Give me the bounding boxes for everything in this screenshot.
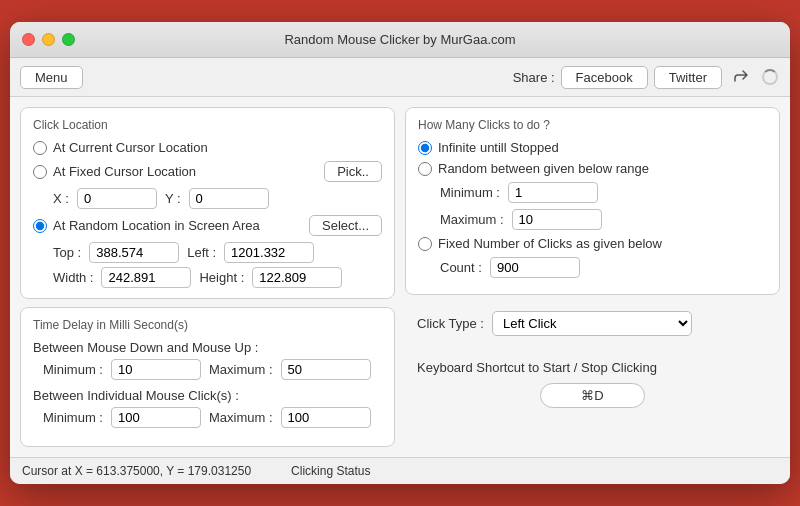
infinite-radio[interactable] — [418, 141, 432, 155]
y-input[interactable] — [189, 188, 269, 209]
infinite-radio-row: Infinite untill Stopped — [418, 140, 767, 155]
click-location-title: Click Location — [33, 118, 382, 132]
width-input[interactable] — [101, 267, 191, 288]
individual-click-label: Between Individual Mouse Click(s) : — [33, 388, 382, 403]
fixed-cursor-radio[interactable] — [33, 165, 47, 179]
count-row: Count : — [440, 257, 767, 278]
click-location-section: Click Location At Current Cursor Locatio… — [20, 107, 395, 299]
click-type-row: Click Type : Left Click Right Click Doub… — [405, 303, 780, 344]
left-panel: Click Location At Current Cursor Locatio… — [20, 107, 395, 447]
mouse-down-up-inputs: Minimum : Maximum : — [43, 359, 382, 380]
window-title: Random Mouse Clicker by MurGaa.com — [284, 32, 515, 47]
facebook-button[interactable]: Facebook — [561, 66, 648, 89]
fixed-cursor-radio-row: At Fixed Cursor Location — [33, 164, 324, 179]
x-input[interactable] — [77, 188, 157, 209]
infinite-label: Infinite untill Stopped — [438, 140, 559, 155]
shortcut-key-wrapper: ⌘D — [417, 383, 768, 408]
titlebar: Random Mouse Clicker by MurGaa.com — [10, 22, 790, 58]
max-label-2: Maximum : — [209, 410, 273, 425]
maximize-button[interactable] — [62, 33, 75, 46]
random-area-label: At Random Location in Screen Area — [53, 218, 260, 233]
close-button[interactable] — [22, 33, 35, 46]
max-label-1: Maximum : — [209, 362, 273, 377]
mouse-down-up-label: Between Mouse Down and Mouse Up : — [33, 340, 382, 355]
current-cursor-radio[interactable] — [33, 141, 47, 155]
max-input-1[interactable] — [281, 359, 371, 380]
y-label: Y : — [165, 191, 181, 206]
traffic-lights — [22, 33, 75, 46]
shortcut-title: Keyboard Shortcut to Start / Stop Clicki… — [417, 360, 768, 375]
left-label: Left : — [187, 245, 216, 260]
random-range-radio-row: Random between given below range — [418, 161, 767, 176]
height-label: Height : — [199, 270, 244, 285]
shortcut-key[interactable]: ⌘D — [540, 383, 644, 408]
click-type-label: Click Type : — [417, 316, 484, 331]
random-range-label: Random between given below range — [438, 161, 649, 176]
random-range-radio[interactable] — [418, 162, 432, 176]
mouse-down-up-group: Between Mouse Down and Mouse Up : Minimu… — [33, 340, 382, 380]
fixed-cursor-label: At Fixed Cursor Location — [53, 164, 196, 179]
width-label: Width : — [53, 270, 93, 285]
share-label: Share : — [513, 70, 555, 85]
fixed-number-radio[interactable] — [418, 237, 432, 251]
shortcut-section: Keyboard Shortcut to Start / Stop Clicki… — [405, 352, 780, 416]
individual-click-group: Between Individual Mouse Click(s) : Mini… — [33, 388, 382, 428]
individual-click-inputs: Minimum : Maximum : — [43, 407, 382, 428]
minimum-row: Minimum : — [440, 182, 767, 203]
time-delay-section: Time Delay in Milli Second(s) Between Mo… — [20, 307, 395, 447]
top-label: Top : — [53, 245, 81, 260]
left-input[interactable] — [224, 242, 314, 263]
minimize-button[interactable] — [42, 33, 55, 46]
min-label-1: Minimum : — [43, 362, 103, 377]
max-input-2[interactable] — [281, 407, 371, 428]
min-input-1[interactable] — [111, 359, 201, 380]
min-input-2[interactable] — [111, 407, 201, 428]
how-many-clicks-section: How Many Clicks to do ? Infinite untill … — [405, 107, 780, 295]
random-location-row: At Random Location in Screen Area Select… — [33, 215, 382, 236]
click-type-select[interactable]: Left Click Right Click Double Click Midd… — [492, 311, 692, 336]
twitter-button[interactable]: Twitter — [654, 66, 722, 89]
height-input[interactable] — [252, 267, 342, 288]
xy-row: X : Y : — [53, 188, 382, 209]
count-input[interactable] — [490, 257, 580, 278]
top-left-row: Top : Left : — [53, 242, 382, 263]
time-delay-title: Time Delay in Milli Second(s) — [33, 318, 382, 332]
cursor-location-radio-row: At Current Cursor Location — [33, 140, 382, 155]
maximum-label: Maximum : — [440, 212, 504, 227]
clicking-status: Clicking Status — [291, 464, 370, 478]
statusbar: Cursor at X = 613.375000, Y = 179.031250… — [10, 457, 790, 484]
main-window: Random Mouse Clicker by MurGaa.com Menu … — [10, 22, 790, 484]
share-icon[interactable] — [728, 64, 754, 90]
random-area-radio[interactable] — [33, 219, 47, 233]
current-cursor-label: At Current Cursor Location — [53, 140, 208, 155]
x-label: X : — [53, 191, 69, 206]
fixed-number-radio-row: Fixed Number of Clicks as given below — [418, 236, 767, 251]
maximum-row: Maximum : — [440, 209, 767, 230]
count-label: Count : — [440, 260, 482, 275]
menu-button[interactable]: Menu — [20, 66, 83, 89]
top-input[interactable] — [89, 242, 179, 263]
screen-area-inputs: Top : Left : Width : Height : — [53, 242, 382, 288]
fixed-number-label: Fixed Number of Clicks as given below — [438, 236, 662, 251]
min-label-2: Minimum : — [43, 410, 103, 425]
select-button[interactable]: Select... — [309, 215, 382, 236]
toolbar: Menu Share : Facebook Twitter — [10, 58, 790, 97]
right-panel: How Many Clicks to do ? Infinite untill … — [405, 107, 780, 447]
fixed-cursor-row: At Fixed Cursor Location Pick.. — [33, 161, 382, 182]
loading-icon — [760, 67, 780, 87]
width-height-row: Width : Height : — [53, 267, 382, 288]
random-area-radio-row: At Random Location in Screen Area — [33, 218, 309, 233]
share-area: Share : Facebook Twitter — [513, 64, 780, 90]
maximum-input[interactable] — [512, 209, 602, 230]
minimum-label: Minimum : — [440, 185, 500, 200]
minimum-input[interactable] — [508, 182, 598, 203]
pick-button[interactable]: Pick.. — [324, 161, 382, 182]
main-content: Click Location At Current Cursor Locatio… — [10, 97, 790, 457]
how-many-clicks-title: How Many Clicks to do ? — [418, 118, 767, 132]
cursor-status: Cursor at X = 613.375000, Y = 179.031250 — [22, 464, 251, 478]
